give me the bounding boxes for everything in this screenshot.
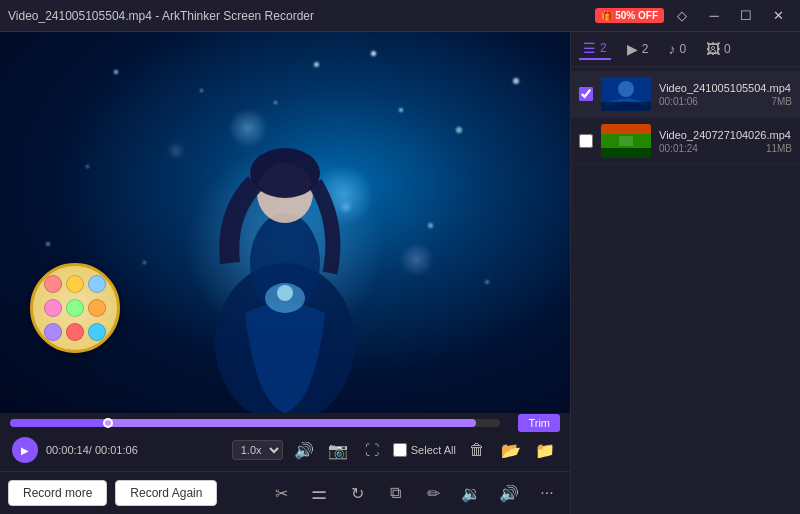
open-folder-icon: 📁 bbox=[535, 441, 555, 460]
camera-icon: 📷 bbox=[328, 441, 348, 460]
progress-thumb[interactable] bbox=[103, 418, 113, 428]
file-meta-2: 00:01:24 11MB bbox=[659, 143, 792, 154]
list-item[interactable]: Video_241005105504.mp4 00:01:06 7MB bbox=[571, 71, 800, 118]
adjust-icon: ⚌ bbox=[311, 482, 327, 504]
volume-up-tool-button[interactable]: 🔊 bbox=[494, 478, 524, 508]
minimize-icon: ─ bbox=[709, 8, 718, 23]
right-panel: ☰ 2 ▶ 2 ♪ 0 🖼 0 bbox=[570, 32, 800, 514]
main-layout: Trim ▶ 00:00:14/ 00:01:06 0.5x 1.0x 1.5x… bbox=[0, 32, 800, 514]
progress-fill-right bbox=[108, 419, 476, 427]
file-list: Video_241005105504.mp4 00:01:06 7MB bbox=[571, 67, 800, 514]
tab-list[interactable]: ☰ 2 bbox=[579, 38, 611, 60]
volume-down-tool-button[interactable]: 🔉 bbox=[456, 478, 486, 508]
trim-button[interactable]: Trim bbox=[518, 414, 560, 432]
cut-icon: ✂ bbox=[275, 484, 288, 503]
file-size-1: 7MB bbox=[771, 96, 792, 107]
titlebar-right: 🎁 50% OFF ◇ ─ ☐ ✕ bbox=[595, 5, 792, 27]
promo-badge[interactable]: 🎁 50% OFF bbox=[595, 8, 664, 23]
video-tab-icon: ▶ bbox=[627, 41, 638, 57]
character-silhouette bbox=[145, 63, 425, 413]
svg-rect-12 bbox=[601, 148, 651, 158]
progress-bar[interactable] bbox=[10, 419, 500, 427]
file-thumb-2 bbox=[601, 124, 651, 158]
file-name-2: Video_240727104026.mp4 bbox=[659, 129, 792, 141]
tab-audio[interactable]: ♪ 0 bbox=[664, 39, 690, 59]
file-checkbox-1[interactable] bbox=[579, 87, 593, 101]
fullscreen-icon: ⛶ bbox=[365, 442, 379, 458]
video-background bbox=[0, 32, 570, 413]
left-panel: Trim ▶ 00:00:14/ 00:01:06 0.5x 1.0x 1.5x… bbox=[0, 32, 570, 514]
list-item[interactable]: Video_240727104026.mp4 00:01:24 11MB bbox=[571, 118, 800, 165]
volume-down-icon: 🔉 bbox=[461, 484, 481, 503]
time-display: 00:00:14/ 00:01:06 bbox=[46, 444, 138, 456]
image-tab-icon: 🖼 bbox=[706, 41, 720, 57]
file-size-2: 11MB bbox=[766, 143, 792, 154]
tab-image[interactable]: 🖼 0 bbox=[702, 39, 735, 59]
select-all-checkbox[interactable] bbox=[393, 443, 407, 457]
promo-label: 50% OFF bbox=[615, 10, 658, 21]
more-tools-button[interactable]: ··· bbox=[532, 478, 562, 508]
restore-button[interactable]: ☐ bbox=[732, 5, 760, 27]
cut-tool-button[interactable]: ✂ bbox=[266, 478, 296, 508]
volume-icon: 🔊 bbox=[294, 441, 314, 460]
toy-overlay bbox=[30, 263, 120, 353]
select-all-area: Select All bbox=[393, 443, 456, 457]
record-again-button[interactable]: Record Again bbox=[115, 480, 217, 506]
svg-rect-13 bbox=[619, 136, 633, 146]
progress-fill bbox=[10, 419, 108, 427]
minimize-button[interactable]: ─ bbox=[700, 5, 728, 27]
audio-tab-icon: ♪ bbox=[668, 41, 675, 57]
select-all-label: Select All bbox=[411, 444, 456, 456]
action-row: Record more Record Again ✂ ⚌ ↻ ⧉ ✏ 🔉 🔊 bbox=[0, 471, 570, 514]
copy-tool-button[interactable]: ⧉ bbox=[380, 478, 410, 508]
edit-tool-button[interactable]: ✏ bbox=[418, 478, 448, 508]
license-icon: ◇ bbox=[677, 8, 687, 23]
volume-up-icon: 🔊 bbox=[499, 484, 519, 503]
play-icon: ▶ bbox=[21, 445, 29, 456]
folder-icon: 📂 bbox=[501, 441, 521, 460]
snapshot-button[interactable]: 📷 bbox=[325, 437, 351, 463]
speed-select[interactable]: 0.5x 1.0x 1.5x 2.0x bbox=[232, 440, 283, 460]
tab-image-count: 0 bbox=[724, 42, 731, 56]
svg-point-7 bbox=[618, 81, 634, 97]
license-button[interactable]: ◇ bbox=[668, 5, 696, 27]
titlebar: Video_241005105504.mp4 - ArkThinker Scre… bbox=[0, 0, 800, 32]
close-button[interactable]: ✕ bbox=[764, 5, 792, 27]
file-info-1: Video_241005105504.mp4 00:01:06 7MB bbox=[659, 82, 792, 107]
timeline-area: Trim ▶ 00:00:14/ 00:01:06 0.5x 1.0x 1.5x… bbox=[0, 413, 570, 471]
tab-list-count: 2 bbox=[600, 41, 607, 55]
tab-video[interactable]: ▶ 2 bbox=[623, 39, 653, 59]
svg-rect-10 bbox=[601, 124, 651, 134]
close-icon: ✕ bbox=[773, 8, 784, 23]
title-text: Video_241005105504.mp4 - ArkThinker Scre… bbox=[8, 9, 314, 23]
fullscreen-button[interactable]: ⛶ bbox=[359, 437, 385, 463]
delete-button[interactable]: 🗑 bbox=[464, 437, 490, 463]
thumb-image-2 bbox=[601, 124, 651, 158]
rotate-tool-button[interactable]: ↻ bbox=[342, 478, 372, 508]
tab-audio-count: 0 bbox=[679, 42, 686, 56]
file-thumb-1 bbox=[601, 77, 651, 111]
more-icon: ··· bbox=[540, 484, 553, 502]
rotate-icon: ↻ bbox=[351, 484, 364, 503]
delete-icon: 🗑 bbox=[469, 441, 485, 459]
copy-icon: ⧉ bbox=[390, 484, 401, 502]
play-button[interactable]: ▶ bbox=[12, 437, 38, 463]
file-duration-2: 00:01:24 bbox=[659, 143, 698, 154]
export-button[interactable]: 📂 bbox=[498, 437, 524, 463]
tabs-row: ☰ 2 ▶ 2 ♪ 0 🖼 0 bbox=[571, 32, 800, 67]
controls-row: ▶ 00:00:14/ 00:01:06 0.5x 1.0x 1.5x 2.0x… bbox=[10, 433, 560, 467]
open-folder-button[interactable]: 📁 bbox=[532, 437, 558, 463]
svg-point-5 bbox=[277, 285, 293, 301]
restore-icon: ☐ bbox=[740, 8, 752, 23]
thumb-image-1 bbox=[601, 77, 651, 111]
adjust-tool-button[interactable]: ⚌ bbox=[304, 478, 334, 508]
video-area bbox=[0, 32, 570, 413]
volume-button[interactable]: 🔊 bbox=[291, 437, 317, 463]
file-checkbox-2[interactable] bbox=[579, 134, 593, 148]
tab-video-count: 2 bbox=[642, 42, 649, 56]
file-name-1: Video_241005105504.mp4 bbox=[659, 82, 792, 94]
titlebar-left: Video_241005105504.mp4 - ArkThinker Scre… bbox=[8, 9, 314, 23]
file-duration-1: 00:01:06 bbox=[659, 96, 698, 107]
list-tab-icon: ☰ bbox=[583, 40, 596, 56]
record-more-button[interactable]: Record more bbox=[8, 480, 107, 506]
